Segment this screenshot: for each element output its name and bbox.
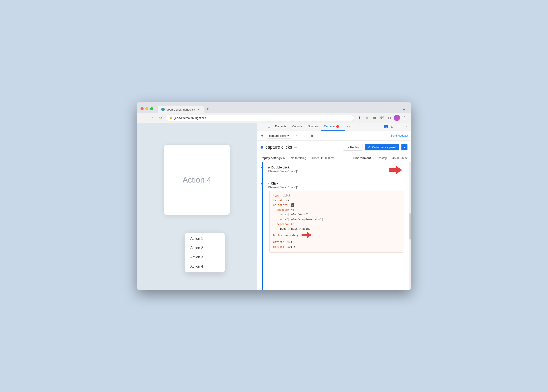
context-menu: Action 1 Action 2 Action 3 Action 4 bbox=[185, 233, 225, 273]
import-button[interactable]: ↓ bbox=[301, 133, 307, 139]
type-val: click bbox=[283, 194, 290, 197]
performance-panel-button[interactable]: ⊙ ⊙ Performance panel Performance panel bbox=[365, 144, 399, 150]
tab-recorder[interactable]: Recorder 🔴 × bbox=[321, 123, 345, 131]
code-line-target: target: main bbox=[273, 198, 400, 203]
inspect-element-icon[interactable]: ⬚ bbox=[259, 124, 265, 130]
code-line-selector2-label: selector #2: bbox=[273, 222, 400, 227]
context-menu-item-action1[interactable]: Action 1 bbox=[185, 234, 225, 243]
maximize-traffic-light[interactable] bbox=[150, 107, 153, 110]
settings-left: Replay settings ▶ No throttling Timeout:… bbox=[260, 156, 335, 160]
tab-chevron[interactable]: ⌄ bbox=[401, 105, 407, 113]
replay-settings-label: Replay settings bbox=[260, 156, 282, 160]
add-recording-button[interactable]: + bbox=[260, 133, 265, 138]
throttling-value: No throttling bbox=[291, 156, 306, 160]
console-badge: 1 bbox=[384, 125, 388, 128]
env-divider2 bbox=[390, 156, 390, 160]
tab-close-button[interactable]: ✕ bbox=[197, 108, 200, 111]
event-expand-1[interactable]: ▶ bbox=[268, 166, 270, 169]
url-text: jec.fyi/demo/dbl-right-click bbox=[175, 116, 207, 119]
user-avatar[interactable] bbox=[394, 115, 400, 121]
code-line-selectors: selectors: ⊡ bbox=[273, 203, 400, 208]
share-icon[interactable]: ⬆ bbox=[356, 115, 363, 121]
forward-button[interactable]: → bbox=[149, 115, 155, 121]
browser-tab[interactable]: double click, right click ✕ bbox=[158, 106, 204, 113]
tabs-bar: double click, right click ✕ + ⌄ bbox=[158, 105, 407, 113]
event-more-button-1[interactable]: ⋮ bbox=[402, 166, 407, 172]
svg-marker-0 bbox=[389, 166, 402, 175]
action4-label: Action 4 bbox=[183, 175, 211, 185]
settings-expand-icon[interactable]: ▶ bbox=[283, 157, 285, 160]
lock-icon: 🔒 bbox=[169, 116, 173, 119]
recorder-header: capture clicks ✏ ▷ ▷ Replay Replay ⊙ ⊙ P… bbox=[257, 141, 411, 154]
scrollbar-track[interactable] bbox=[409, 162, 411, 290]
event-more-button-2[interactable]: ⋮ bbox=[402, 182, 407, 188]
offsetx-val: 171 bbox=[288, 241, 292, 244]
event-target-1: Element "[role="main"]" bbox=[268, 170, 387, 173]
devtools-tab-actions: 1 ⚙ ⋮ × bbox=[384, 124, 409, 130]
tab-sources[interactable]: Sources bbox=[305, 123, 321, 131]
sidebar-icon[interactable]: ⊟ bbox=[386, 115, 393, 121]
context-menu-item-action2[interactable]: Action 2 bbox=[185, 243, 225, 252]
context-menu-item-action3[interactable]: Action 3 bbox=[185, 252, 225, 262]
webpage-area: Action 4 Action 1 Action 2 Action 3 Acti… bbox=[137, 123, 257, 290]
bookmark-icon[interactable]: ☆ bbox=[364, 115, 370, 121]
title-bar: double click, right click ✕ + ⌄ bbox=[137, 102, 411, 113]
code-line-selector1-val2: aria/[role="complementary"] bbox=[273, 217, 400, 222]
devtools-more-icon[interactable]: ⋮ bbox=[396, 124, 402, 130]
scrollbar-thumb[interactable] bbox=[409, 213, 411, 240]
recording-select[interactable]: capture clicks ▾ bbox=[267, 133, 291, 139]
devtools-close-icon[interactable]: × bbox=[403, 124, 409, 130]
tab-title: double click, right click bbox=[167, 108, 195, 111]
more-options-icon[interactable]: ⋮ bbox=[401, 115, 407, 121]
red-arrow-2 bbox=[301, 232, 312, 240]
selector1-label: selector #1: bbox=[277, 209, 295, 212]
code-block: type: click target: main selectors: ⊡ bbox=[269, 191, 404, 252]
event-dot-1 bbox=[261, 167, 263, 169]
delete-button[interactable]: 🗑 bbox=[309, 133, 315, 139]
code-line-selector1-val1: aria/[role="main"] bbox=[273, 212, 400, 217]
code-line-selector1-label: selector #1: bbox=[273, 208, 400, 213]
event-expand-2[interactable]: ▾ bbox=[268, 182, 270, 185]
code-line-type: type: click bbox=[273, 194, 400, 198]
device-mode-icon[interactable]: ⊡ bbox=[266, 124, 272, 130]
event-click: ▾ Click Element "[role="main"]" ⋮ type: bbox=[257, 178, 411, 256]
tab-console[interactable]: Console bbox=[289, 123, 305, 131]
environment-label: Environment bbox=[353, 156, 371, 160]
close-traffic-light[interactable] bbox=[141, 107, 144, 110]
url-input[interactable]: 🔒 jec.fyi/demo/dbl-right-click bbox=[166, 115, 354, 121]
back-button[interactable]: ← bbox=[141, 115, 147, 121]
gear-icon[interactable]: ⚙ bbox=[389, 124, 395, 130]
edit-title-icon[interactable]: ✏ bbox=[294, 146, 297, 149]
export-button[interactable]: ↑ bbox=[293, 133, 299, 139]
offsety-key: offsetY: bbox=[273, 245, 286, 249]
replay-icon: ▷ bbox=[347, 146, 349, 149]
minimize-traffic-light[interactable] bbox=[145, 107, 148, 110]
button-key: button: bbox=[273, 233, 284, 238]
puzzle-icon[interactable]: 🧩 bbox=[379, 115, 385, 121]
code-block-container: type: click target: main selectors: ⊡ bbox=[269, 189, 404, 252]
recording-status-dot bbox=[260, 146, 263, 149]
select-dropdown-icon: ▾ bbox=[288, 134, 289, 137]
refresh-button[interactable]: ↻ bbox=[157, 115, 163, 121]
context-menu-item-action4[interactable]: Action 4 bbox=[185, 262, 225, 271]
performance-panel-dropdown[interactable]: ▾ bbox=[401, 144, 407, 150]
event-type-2: Click bbox=[271, 182, 278, 185]
action4-card: Action 4 bbox=[164, 145, 230, 215]
button-val: secondary bbox=[284, 233, 298, 238]
send-feedback-link[interactable]: Send feedback bbox=[391, 134, 408, 137]
type-key: type: bbox=[273, 194, 281, 197]
offsetx-key: offsetX: bbox=[273, 241, 286, 244]
events-container: ▶ Double click Element "[role="main"]" ⋮ bbox=[257, 162, 411, 290]
replay-button[interactable]: ▷ ▷ Replay Replay bbox=[343, 144, 363, 151]
code-line-offsety: offsetY: 191.5 bbox=[273, 245, 400, 250]
new-tab-button[interactable]: + bbox=[204, 105, 211, 113]
svg-marker-1 bbox=[302, 232, 312, 238]
event-type-1: Double click bbox=[271, 166, 289, 169]
extension-icon[interactable]: ⊞ bbox=[371, 115, 378, 121]
tab-elements[interactable]: Elements bbox=[272, 123, 289, 131]
event-target-2: Element "[role="main"]" bbox=[268, 186, 402, 189]
more-tabs-button[interactable]: >> bbox=[345, 123, 351, 131]
selector2-label: selector #2: bbox=[277, 223, 295, 226]
recorder-toolbar: + capture clicks ▾ ↑ ↓ 🗑 Send feedback bbox=[257, 131, 411, 141]
selector1-val2: aria/[role="complementary"] bbox=[280, 218, 323, 221]
